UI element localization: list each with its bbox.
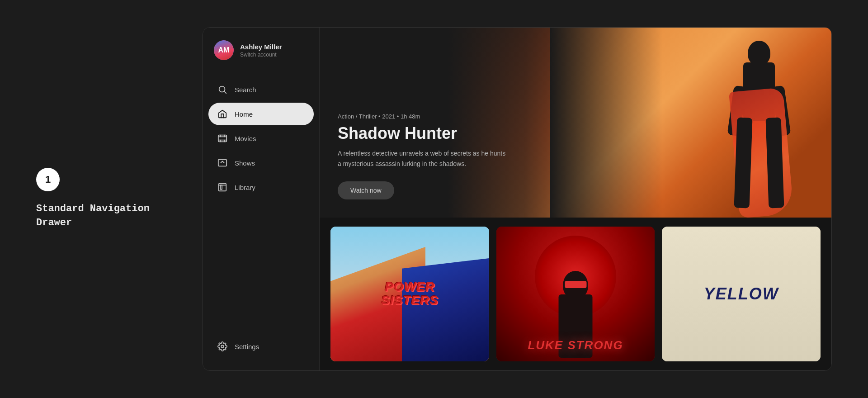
luke-head <box>563 271 588 298</box>
avatar-inner: AM <box>214 40 234 60</box>
nav-items-list: Search Home <box>203 71 319 330</box>
search-label: Search <box>235 86 256 94</box>
library-icon <box>217 182 227 192</box>
step-circle: 1 <box>36 168 60 191</box>
hero-info: Action / Thriller • 2021 • 1h 48m Shadow… <box>320 95 528 218</box>
hero-figure <box>550 28 831 218</box>
card-yellow-title: YELLOW <box>704 284 779 303</box>
svg-rect-9 <box>218 160 226 166</box>
avatar: AM <box>214 40 234 60</box>
main-content: Action / Thriller • 2021 • 1h 48m Shadow… <box>320 28 831 370</box>
card-yellow[interactable]: YELLOW <box>662 227 821 361</box>
switch-account-label[interactable]: Switch account <box>240 52 282 58</box>
character-head <box>748 41 770 66</box>
nav-item-movies[interactable]: Movies <box>208 127 314 150</box>
home-icon <box>217 109 227 119</box>
section-title: Standard Navigation Drawer <box>36 202 181 230</box>
ps-logo-line2: SISTERS <box>381 293 439 308</box>
shows-label: Shows <box>235 159 255 167</box>
settings-label: Settings <box>235 343 259 351</box>
app-content: AM Ashley Miller Switch account <box>203 28 831 370</box>
svg-rect-2 <box>218 135 226 142</box>
user-profile[interactable]: AM Ashley Miller Switch account <box>203 28 319 71</box>
card-power-sisters-logo: POWER SISTERS <box>381 280 439 308</box>
user-name: Ashley Miller <box>240 43 282 51</box>
nav-item-search[interactable]: Search <box>208 78 314 101</box>
nav-item-home[interactable]: Home <box>208 103 314 125</box>
watch-now-button[interactable]: Watch now <box>338 181 394 199</box>
character-left-leg <box>734 117 753 208</box>
avatar-initials: AM <box>218 46 230 54</box>
search-icon <box>217 85 227 95</box>
hero-character <box>678 32 804 213</box>
svg-line-1 <box>224 91 226 93</box>
hero-title: Shadow Hunter <box>338 124 509 142</box>
luke-glasses <box>565 281 586 288</box>
character-torso <box>743 62 775 121</box>
nav-drawer: AM Ashley Miller Switch account <box>203 28 320 370</box>
movies-label: Movies <box>235 135 256 142</box>
svg-point-13 <box>221 345 224 348</box>
character-silhouette <box>732 41 786 213</box>
content-row: POWER SISTERS <box>320 218 831 370</box>
svg-rect-11 <box>220 185 222 189</box>
card-power-sisters[interactable]: POWER SISTERS <box>330 227 489 361</box>
step-number: 1 <box>45 174 51 185</box>
hero-description: A relentless detective unravels a web of… <box>338 148 509 169</box>
card-luke-title: LUKE STRONG <box>496 338 655 352</box>
library-label: Library <box>235 184 255 191</box>
outer-container: 1 Standard Navigation Drawer AM Ashley <box>0 0 868 398</box>
nav-item-shows[interactable]: Shows <box>208 152 314 174</box>
movies-icon <box>217 133 227 143</box>
nav-bottom: Settings <box>203 330 319 370</box>
character-right-leg <box>766 117 784 208</box>
left-label-panel: 1 Standard Navigation Drawer <box>36 168 181 230</box>
shows-icon <box>217 158 227 168</box>
user-info: Ashley Miller Switch account <box>240 43 282 58</box>
card-luke-strong[interactable]: LUKE STRONG <box>496 227 655 361</box>
nav-item-settings[interactable]: Settings <box>208 335 314 358</box>
settings-icon <box>217 341 227 351</box>
hero-section: Action / Thriller • 2021 • 1h 48m Shadow… <box>320 28 831 218</box>
app-window: AM Ashley Miller Switch account <box>203 27 832 371</box>
home-label: Home <box>235 110 253 118</box>
nav-item-library[interactable]: Library <box>208 176 314 199</box>
hero-meta: Action / Thriller • 2021 • 1h 48m <box>338 113 509 120</box>
ps-logo-line1: POWER <box>381 280 439 293</box>
